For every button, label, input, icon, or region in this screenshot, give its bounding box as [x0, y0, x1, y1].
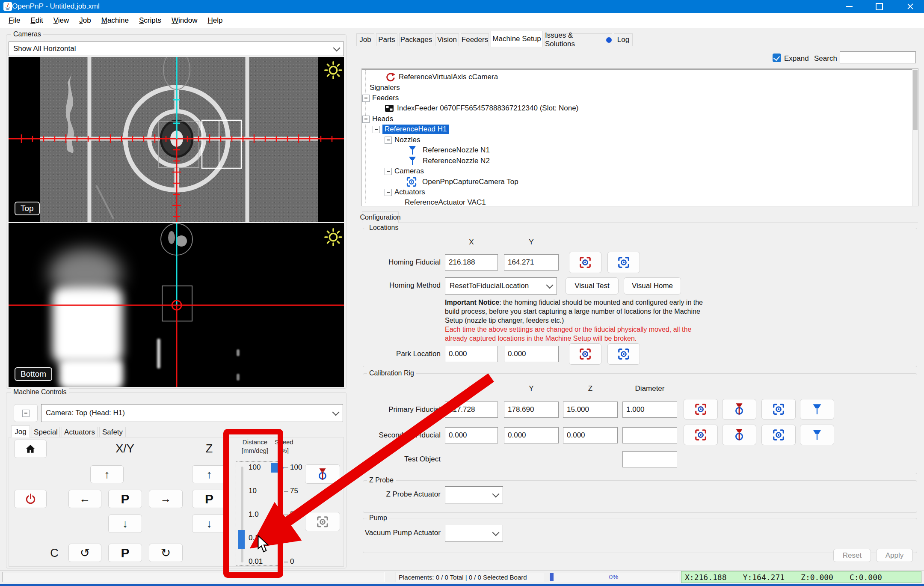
reset-button[interactable]: Reset: [833, 549, 871, 562]
brightness-icon[interactable]: [324, 228, 342, 246]
jog-x-minus-button[interactable]: ←: [68, 490, 101, 508]
tab-configuration[interactable]: Configuration: [362, 211, 399, 223]
capture-nozzle-location-button[interactable]: [722, 399, 756, 419]
visual-test-button[interactable]: Visual Test: [566, 277, 619, 294]
menu-item-scripts[interactable]: Scripts: [134, 15, 166, 27]
park-x-field[interactable]: 0.000: [445, 346, 498, 362]
tree-row-signalers[interactable]: Signalers: [370, 83, 400, 93]
menu-item-edit[interactable]: Edit: [25, 15, 48, 27]
primary-fiducial-diameter-field[interactable]: 1.000: [622, 402, 677, 418]
home-button[interactable]: [14, 440, 47, 458]
position-nozzle-button[interactable]: [800, 399, 834, 419]
tree-row-heads[interactable]: Heads: [362, 114, 393, 124]
capture-camera-location-button[interactable]: [569, 252, 601, 273]
collapse-expander-icon[interactable]: [385, 137, 392, 144]
position-camera-button[interactable]: [607, 343, 640, 365]
expand-checkbox[interactable]: [773, 54, 781, 62]
capture-camera-button-disabled[interactable]: [305, 512, 340, 531]
tab-special[interactable]: Special: [32, 427, 60, 437]
position-camera-at-nozzle-button[interactable]: [305, 464, 340, 484]
tab-parts[interactable]: Parts: [376, 33, 397, 46]
brightness-icon[interactable]: [324, 61, 342, 79]
tree-row-nozzles[interactable]: Nozzles: [385, 135, 420, 145]
tree-row-capture-camera[interactable]: OpenPnpCaptureCamera Top: [406, 177, 518, 187]
jog-y-plus-button[interactable]: ↑: [90, 465, 124, 483]
minimize-button[interactable]: [835, 0, 863, 13]
tree-row-actuator-vac1[interactable]: ReferenceActuator VAC1: [405, 197, 486, 206]
tree-row-feeders[interactable]: Feeders: [362, 93, 399, 103]
capture-nozzle-location-button[interactable]: [722, 425, 756, 445]
menu-item-help[interactable]: Help: [202, 15, 228, 27]
menu-item-machine[interactable]: Machine: [96, 15, 134, 27]
apply-button[interactable]: Apply: [876, 549, 913, 562]
tab-vision[interactable]: Vision: [435, 33, 459, 46]
search-input[interactable]: [840, 51, 916, 63]
capture-camera-location-button[interactable]: [684, 399, 718, 419]
jog-z-plus-button[interactable]: ↑: [192, 465, 226, 483]
tab-machine-setup[interactable]: Machine Setup: [491, 31, 543, 47]
secondary-fiducial-y-field[interactable]: 0.000: [504, 427, 559, 443]
jog-c-ccw-button[interactable]: ↺: [68, 544, 101, 562]
tab-jog[interactable]: Jog: [11, 425, 30, 437]
jog-z-minus-button[interactable]: ↓: [192, 515, 226, 533]
camera-bottom-view[interactable]: Bottom: [9, 223, 344, 387]
camera-view-dropdown[interactable]: Show All Horizontal: [9, 42, 344, 56]
tree-row-actuators[interactable]: Actuators: [385, 187, 425, 197]
close-button[interactable]: [897, 0, 924, 13]
jog-c-cw-button[interactable]: ↻: [149, 544, 183, 562]
capture-camera-location-button[interactable]: [684, 425, 718, 445]
collapse-expander-icon[interactable]: [385, 189, 392, 196]
position-camera-button[interactable]: [607, 252, 640, 273]
position-z-button[interactable]: P: [192, 490, 226, 508]
homing-method-dropdown[interactable]: ResetToFiducialLocation: [445, 277, 557, 294]
collapse-expander-icon[interactable]: [385, 168, 392, 175]
speed-slider-track[interactable]: [279, 467, 283, 562]
collapse-button[interactable]: [14, 404, 38, 422]
maximize-button[interactable]: [865, 0, 893, 13]
collapse-expander-icon[interactable]: [362, 95, 370, 102]
tree-row-nozzle-n2[interactable]: ReferenceNozzle N2: [407, 156, 490, 166]
jog-y-minus-button[interactable]: ↓: [108, 515, 142, 533]
z-probe-actuator-dropdown[interactable]: [445, 486, 503, 503]
position-c-button[interactable]: P: [108, 544, 142, 562]
menu-item-file[interactable]: File: [3, 15, 25, 27]
menu-item-job[interactable]: Job: [74, 15, 96, 27]
menu-item-view[interactable]: View: [48, 15, 74, 27]
tree-row-ccamera[interactable]: ReferenceVirtualAxis cCamera: [385, 72, 498, 82]
camera-top-view[interactable]: Top: [9, 57, 344, 222]
capture-camera-location-button[interactable]: [569, 343, 601, 365]
power-button[interactable]: [14, 490, 47, 508]
tab-issues-solutions[interactable]: Issues & Solutions: [545, 33, 612, 46]
position-xy-button[interactable]: P: [108, 490, 142, 508]
tree-row-nozzle-n1[interactable]: ReferenceNozzle N1: [407, 145, 490, 155]
park-y-field[interactable]: 0.000: [504, 346, 559, 362]
secondary-fiducial-z-field[interactable]: 0.000: [563, 427, 618, 443]
position-nozzle-button[interactable]: [800, 425, 834, 445]
collapse-expander-icon[interactable]: [362, 116, 370, 123]
head-camera-dropdown[interactable]: Camera: Top (Head: H1): [41, 404, 343, 422]
collapse-expander-icon[interactable]: [373, 126, 380, 133]
jog-x-plus-button[interactable]: →: [149, 490, 183, 508]
tree-row-referencehead[interactable]: ReferenceHead H1: [373, 124, 449, 134]
tree-row-indexfeeder[interactable]: IndexFeeder 0670FF565457888367212340 (Sl…: [384, 103, 578, 113]
homing-fiducial-x-field[interactable]: 216.188: [445, 254, 498, 271]
tree-row-cameras[interactable]: Cameras: [385, 166, 424, 176]
tab-packages[interactable]: Packages: [399, 33, 433, 46]
primary-fiducial-z-field[interactable]: 15.000: [563, 402, 618, 418]
tab-job[interactable]: Job: [356, 33, 374, 46]
secondary-fiducial-diameter-field[interactable]: [622, 427, 677, 443]
menu-item-window[interactable]: Window: [166, 15, 202, 27]
primary-fiducial-y-field[interactable]: 178.690: [504, 402, 559, 418]
position-camera-button[interactable]: [761, 425, 796, 445]
tab-actuators[interactable]: Actuators: [62, 427, 98, 437]
secondary-fiducial-x-field[interactable]: 0.000: [445, 427, 498, 443]
test-object-diameter-field[interactable]: [622, 451, 677, 467]
tree-scrollbar-thumb[interactable]: [913, 70, 918, 130]
homing-fiducial-y-field[interactable]: 164.271: [504, 254, 559, 271]
primary-fiducial-x-field[interactable]: 217.728: [445, 402, 498, 418]
tab-log[interactable]: Log: [614, 33, 633, 46]
visual-home-button[interactable]: Visual Home: [624, 277, 681, 294]
distance-slider-handle[interactable]: [238, 530, 245, 549]
tab-safety[interactable]: Safety: [99, 427, 126, 437]
tab-feeders[interactable]: Feeders: [461, 33, 489, 46]
